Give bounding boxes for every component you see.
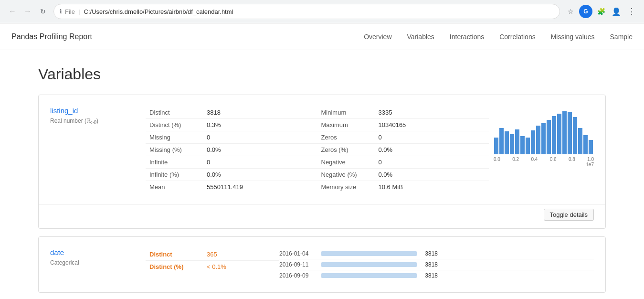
listing-id-histogram-col: 0.0 0.2 0.4 0.6 0.8 1.0 1e7 xyxy=(489,107,594,164)
date-left-table: Distinct 365 Distinct (%) < 0.1% xyxy=(146,248,279,273)
svg-rect-14 xyxy=(568,112,572,154)
site-nav: Pandas Profiling Report Overview Variabl… xyxy=(0,23,644,50)
nav-correlations[interactable]: Correlations xyxy=(499,31,535,43)
table-row: Negative (%)0.0% xyxy=(317,169,489,181)
date-card-inner: date Categorical Distinct 365 Distinct (… xyxy=(39,237,605,292)
svg-rect-4 xyxy=(515,129,519,154)
address-bar[interactable]: ℹ File | C:/Users/chris.dmello/Pictures/… xyxy=(53,4,560,19)
date-label-col: date Categorical xyxy=(50,248,146,266)
address-text: File | C:/Users/chris.dmello/Pictures/ai… xyxy=(65,8,554,15)
nav-sample[interactable]: Sample xyxy=(610,31,633,43)
listing-id-stats-left: Distinct3818 Distinct (%)0.3% Missing0 M… xyxy=(146,107,317,193)
date-bar-outer xyxy=(321,273,417,278)
listing-id-type: Real number (ℝ≥0) xyxy=(50,117,98,124)
svg-rect-8 xyxy=(536,126,540,154)
date-card: date Categorical Distinct 365 Distinct (… xyxy=(38,236,606,293)
svg-rect-5 xyxy=(520,136,525,154)
date-stats: Distinct 365 Distinct (%) < 0.1% xyxy=(146,248,279,273)
listing-id-stats-right: Minimum3335 Maximum10340165 Zeros0 Zeros… xyxy=(317,107,489,193)
nav-missing-values[interactable]: Missing values xyxy=(551,31,595,43)
svg-rect-7 xyxy=(531,130,535,154)
svg-rect-1 xyxy=(499,128,504,154)
histogram-container: 0.0 0.2 0.4 0.6 0.8 1.0 1e7 xyxy=(494,107,594,164)
table-row: Distinct3818 xyxy=(146,107,317,119)
table-row: Mean5550111.419 xyxy=(146,181,317,193)
listing-id-right-table: Minimum3335 Maximum10340165 Zeros0 Zeros… xyxy=(317,107,489,193)
toggle-details-button[interactable]: Toggle details xyxy=(544,209,594,221)
nav-interactions[interactable]: Interactions xyxy=(450,31,484,43)
table-row: Infinite (%)0.0% xyxy=(146,169,317,181)
browser-actions: ☆ G 🧩 👤 ⋮ xyxy=(564,5,638,18)
date-name[interactable]: date xyxy=(50,248,134,256)
svg-rect-11 xyxy=(552,116,556,154)
table-row: Maximum10340165 xyxy=(317,119,489,131)
browser-chrome: ← → ↻ ℹ File | C:/Users/chris.dmello/Pic… xyxy=(0,0,644,23)
back-button[interactable]: ← xyxy=(6,5,19,18)
table-row: Infinite0 xyxy=(146,156,317,169)
page-wrapper: Pandas Profiling Report Overview Variabl… xyxy=(0,23,644,299)
menu-button[interactable]: ⋮ xyxy=(625,5,638,18)
browser-toolbar: ← → ↻ ℹ File | C:/Users/chris.dmello/Pic… xyxy=(0,0,644,23)
date-bar-fill xyxy=(321,251,417,256)
svg-rect-3 xyxy=(510,134,514,154)
nav-links: Overview Variables Interactions Correlat… xyxy=(364,33,633,41)
list-item: 2016-09-11 3818 xyxy=(279,259,594,270)
histogram-xaxis: 0.0 0.2 0.4 0.6 0.8 1.0 xyxy=(494,157,594,162)
date-type: Categorical xyxy=(50,259,79,266)
svg-rect-6 xyxy=(526,138,530,154)
main-content: Variables listing_id Real number (ℝ≥0) D… xyxy=(0,50,644,299)
table-row: Zeros0 xyxy=(317,131,489,144)
table-row: Distinct (%)0.3% xyxy=(146,119,317,131)
list-item: 2016-09-09 3818 xyxy=(279,270,594,281)
nav-buttons: ← → ↻ xyxy=(6,5,50,18)
listing-id-left-table: Distinct3818 Distinct (%)0.3% Missing0 M… xyxy=(146,107,317,193)
list-item: 2016-01-04 3818 xyxy=(279,248,594,259)
listing-id-card-inner: listing_id Real number (ℝ≥0) Distinct381… xyxy=(39,95,605,204)
histogram-svg xyxy=(494,107,594,154)
date-bar-outer xyxy=(321,251,417,256)
svg-rect-2 xyxy=(505,131,509,154)
svg-rect-13 xyxy=(562,111,567,154)
histogram-scale: 1e7 xyxy=(494,162,594,167)
info-icon: ℹ xyxy=(60,8,62,15)
toggle-details-row: Toggle details xyxy=(39,204,605,228)
svg-rect-10 xyxy=(547,120,551,154)
table-row: Zeros (%)0.0% xyxy=(317,144,489,156)
table-row: Distinct 365 xyxy=(146,248,279,261)
svg-rect-0 xyxy=(494,138,498,154)
listing-id-card: listing_id Real number (ℝ≥0) Distinct381… xyxy=(38,95,606,229)
table-row: Distinct (%) < 0.1% xyxy=(146,261,279,273)
svg-rect-18 xyxy=(589,140,593,154)
svg-rect-16 xyxy=(578,128,582,154)
listing-id-name[interactable]: listing_id xyxy=(50,107,134,115)
date-bars: 2016-01-04 3818 2016-09-11 3818 xyxy=(279,248,594,281)
svg-rect-15 xyxy=(573,117,577,154)
profile-button[interactable]: 👤 xyxy=(610,5,623,18)
svg-rect-12 xyxy=(557,114,561,154)
table-row: Missing (%)0.0% xyxy=(146,144,317,156)
svg-rect-9 xyxy=(541,123,546,154)
forward-button[interactable]: → xyxy=(21,5,34,18)
site-title: Pandas Profiling Report xyxy=(11,32,92,41)
table-row: Negative0 xyxy=(317,156,489,169)
svg-rect-17 xyxy=(583,135,588,154)
date-bar-fill xyxy=(321,273,417,278)
table-row: Missing0 xyxy=(146,131,317,144)
reload-button[interactable]: ↻ xyxy=(36,5,50,18)
extension2-button[interactable]: 🧩 xyxy=(594,5,608,18)
date-bar-fill xyxy=(321,262,417,267)
nav-overview[interactable]: Overview xyxy=(364,31,391,43)
table-row: Memory size10.6 MiB xyxy=(317,181,489,193)
table-row: Minimum3335 xyxy=(317,107,489,119)
date-bar-col: 2016-01-04 3818 2016-09-11 3818 xyxy=(279,248,594,281)
listing-id-label-col: listing_id Real number (ℝ≥0) xyxy=(50,107,146,125)
nav-variables[interactable]: Variables xyxy=(407,31,434,43)
bookmark-button[interactable]: ☆ xyxy=(564,5,577,18)
extension1-button[interactable]: G xyxy=(579,5,592,18)
date-bar-outer xyxy=(321,262,417,267)
section-title: Variables xyxy=(38,50,606,95)
